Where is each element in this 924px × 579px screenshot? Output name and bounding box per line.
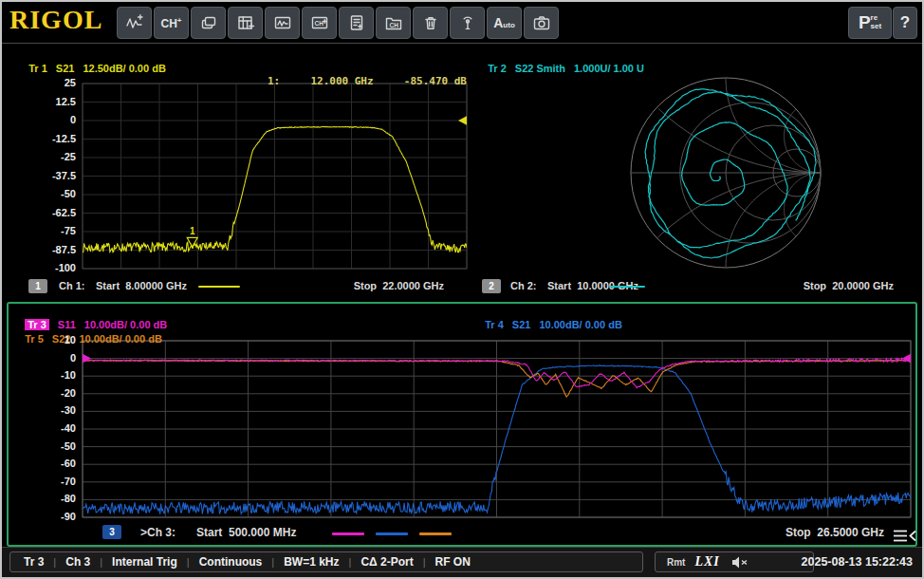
marker1-value: -85.470 dB xyxy=(404,75,467,87)
tr4-scale: 10.00dB/ 0.00 dB xyxy=(539,319,621,330)
datetime: 2025-08-13 15:22:43 xyxy=(802,551,913,572)
y-tick-ch3-9: -80 xyxy=(19,493,76,504)
trace-add-icon xyxy=(125,13,144,32)
y-tick-ch3-6: -50 xyxy=(19,440,76,452)
toolbar-button-trace-add[interactable] xyxy=(117,7,152,39)
toolbar-button-screenshot[interactable] xyxy=(524,7,559,39)
marker1-freq: 12.000 GHz xyxy=(310,75,373,87)
ch3-stop: Stop 26.5000 GHz xyxy=(751,526,884,539)
status-remote-box[interactable]: Rmt LXI xyxy=(655,551,814,572)
y-tick-ch1-10: -100 xyxy=(19,262,76,273)
channel3-badge[interactable]: 3 xyxy=(102,525,121,539)
status-item-0: Tr 3 xyxy=(24,555,44,569)
tr1-ref-marker[interactable] xyxy=(458,116,467,125)
tr4-swatch xyxy=(376,532,408,535)
marker1-id: 1: xyxy=(268,75,280,87)
tr1-label: Tr 1 xyxy=(28,63,47,74)
smith-grid xyxy=(631,78,821,268)
y-tick-ch1-9: -87.5 xyxy=(19,244,76,255)
tr5-scale: 10.00dB/ 0.00 dB xyxy=(79,333,161,345)
y-tick-ch3-10: -90 xyxy=(19,511,76,522)
y-tick-ch1-3: -12.5 xyxy=(19,133,76,144)
status-item-2: Internal Trig xyxy=(112,555,177,569)
y-tick-ch1-2: 0 xyxy=(19,114,76,125)
lxi-indicator: LXI xyxy=(694,554,719,570)
toolbar-button-table-add[interactable] xyxy=(228,7,263,39)
y-tick-ch1-4: -25 xyxy=(19,151,76,162)
y-tick-ch3-3: -20 xyxy=(19,387,76,399)
status-item-1: Ch 3 xyxy=(65,555,90,569)
menu-collapse-icon[interactable] xyxy=(892,529,917,543)
auto-scale-label: Auto xyxy=(493,16,515,29)
measure-list-icon xyxy=(347,13,366,32)
ch1-label: Ch 1: xyxy=(59,280,85,291)
status-separator: | xyxy=(187,556,190,568)
ch3-label: >Ch 3: xyxy=(140,526,176,539)
y-tick-ch3-2: -10 xyxy=(19,369,76,381)
y-tick-ch1-7: -62.5 xyxy=(19,207,76,218)
window-layout-icon xyxy=(199,13,218,32)
svg-text:CH: CH xyxy=(314,20,323,27)
y-tick-ch3-5: -40 xyxy=(19,422,76,434)
preset-button[interactable]: P re set xyxy=(848,7,892,39)
status-separator: | xyxy=(423,556,426,568)
y-tick-ch1-0: 25 xyxy=(19,77,76,88)
channel-add-label: CH+ xyxy=(160,17,181,29)
ch1-start: Start 8.00000 GHz xyxy=(96,280,187,291)
tr1-swatch xyxy=(198,286,240,288)
svg-text:CH: CH xyxy=(389,22,398,28)
trace-window-icon xyxy=(273,13,292,32)
channel2-badge[interactable]: 2 xyxy=(482,279,501,293)
toolbar-button-file-channel[interactable]: CH xyxy=(376,7,411,39)
status-left-box[interactable]: Tr 3|Ch 3|Internal Trig|Continuous|BW=1 … xyxy=(9,551,643,572)
status-separator: | xyxy=(53,556,56,568)
y-tick-ch1-1: 12.5 xyxy=(19,96,76,107)
tr2-label: Tr 2 xyxy=(488,63,507,74)
status-item-4: BW=1 kHz xyxy=(284,555,339,569)
toolbar-button-touch[interactable] xyxy=(450,7,485,39)
tr4-meas: S21 xyxy=(512,319,531,330)
ch3-start: Start 500.000 MHz xyxy=(196,526,296,539)
status-item-6: RF ON xyxy=(435,555,471,569)
channel1-badge[interactable]: 1 xyxy=(28,279,47,293)
toolbar-button-auto-scale[interactable]: Auto xyxy=(487,7,522,39)
toolbar-button-delete[interactable] xyxy=(413,7,448,39)
plot-grid xyxy=(83,84,467,269)
marker1-readout: 1: 12.000 GHz -85.470 dB xyxy=(268,75,467,87)
status-separator: | xyxy=(100,556,102,568)
status-item-5: CΔ 2-Port xyxy=(360,555,413,569)
toolbar-button-channel-window[interactable]: CH xyxy=(302,7,337,39)
toolbar-button-window-layout[interactable] xyxy=(191,7,226,39)
camera-icon xyxy=(532,13,551,32)
tr4-label: Tr 4 xyxy=(485,319,504,330)
y-tick-ch3-7: -60 xyxy=(19,458,76,469)
toolbar-button-measure-list[interactable] xyxy=(339,7,374,39)
tr5-swatch xyxy=(419,532,452,535)
preset-label: P xyxy=(859,12,871,33)
toolbar: RIGOL CH+CHCHAuto P re set ? xyxy=(2,2,922,44)
speaker-mute-icon xyxy=(731,556,748,569)
trace-ch1-s21 xyxy=(83,126,467,252)
ch2-label: Ch 2: xyxy=(510,280,537,291)
tr1-scale: 12.50dB/ 0.00 dB xyxy=(83,63,165,74)
status-bar: Tr 3|Ch 3|Internal Trig|Continuous|BW=1 … xyxy=(2,547,922,577)
marker1-symbol[interactable] xyxy=(187,237,197,247)
remote-indicator: Rmt xyxy=(667,557,685,568)
toolbar-buttons: CH+CHCHAuto xyxy=(117,7,559,39)
status-separator: | xyxy=(271,556,274,568)
y-tick-ch1-5: -37.5 xyxy=(19,170,76,181)
tr4-header[interactable]: Tr 4S2110.00dB/ 0.00 dB xyxy=(473,308,631,342)
tr1-meas: S21 xyxy=(56,63,75,74)
help-button[interactable]: ? xyxy=(893,7,917,39)
marker1-number: 1 xyxy=(190,226,195,236)
y-tick-ch3-4: -30 xyxy=(19,404,76,416)
toolbar-button-trace-window[interactable] xyxy=(265,7,300,39)
toolbar-button-channel-add[interactable]: CH+ xyxy=(154,7,189,39)
trash-icon xyxy=(421,13,440,32)
y-tick-ch1-6: -50 xyxy=(19,188,76,199)
ch1-stop: Stop 22.0000 GHz xyxy=(330,280,444,291)
tr2-header[interactable]: Tr 2S22 Smith1.000U/ 1.00 U xyxy=(476,51,653,85)
touch-icon xyxy=(458,13,477,32)
channel-window-icon: CH xyxy=(310,13,329,32)
tr2-swatch xyxy=(609,286,645,288)
